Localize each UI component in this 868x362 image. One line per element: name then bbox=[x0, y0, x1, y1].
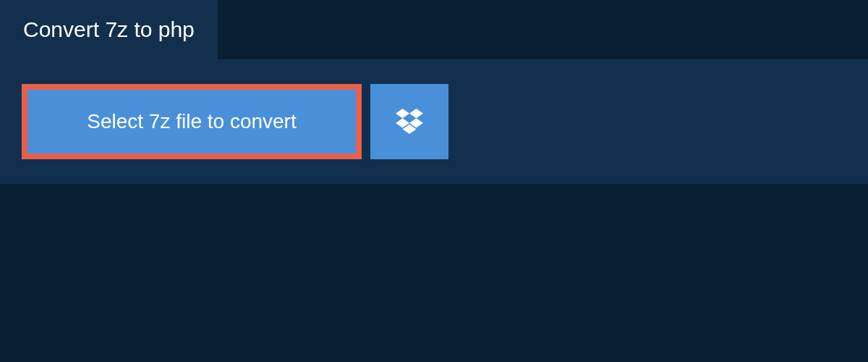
dropbox-button[interactable] bbox=[370, 84, 448, 159]
select-file-button[interactable]: Select 7z file to convert bbox=[22, 84, 362, 159]
upload-panel: Select 7z file to convert bbox=[0, 59, 868, 184]
select-file-label: Select 7z file to convert bbox=[87, 110, 296, 133]
tab-bar: Convert 7z to php bbox=[0, 0, 868, 59]
tab-convert[interactable]: Convert 7z to php bbox=[0, 0, 218, 59]
svg-marker-0 bbox=[396, 109, 409, 118]
svg-marker-1 bbox=[409, 109, 423, 118]
tab-label: Convert 7z to php bbox=[23, 17, 195, 41]
dropbox-icon bbox=[396, 109, 423, 135]
